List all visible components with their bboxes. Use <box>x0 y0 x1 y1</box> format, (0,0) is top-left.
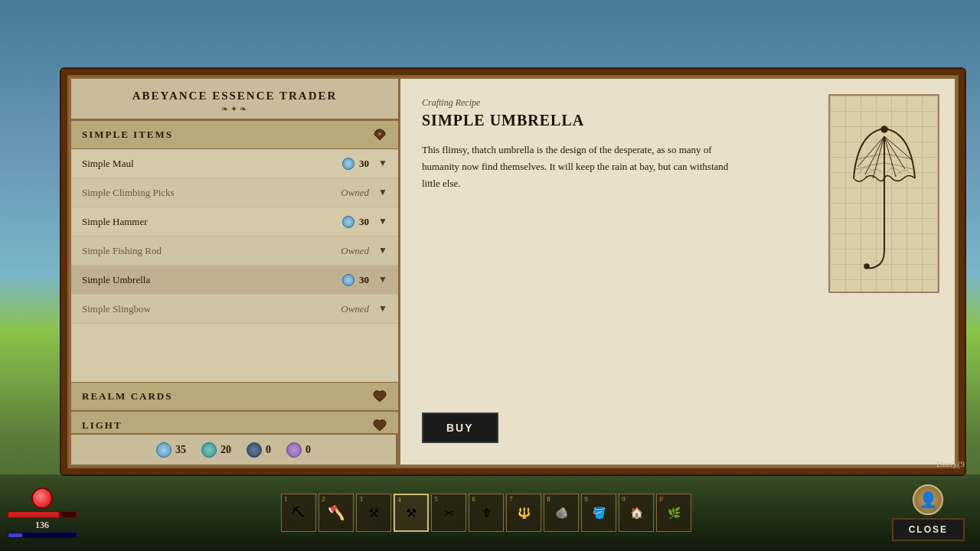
currency-icon-purple <box>286 442 302 458</box>
essence-icon-maul <box>342 158 354 170</box>
svg-point-0 <box>378 132 381 135</box>
item-simple-slingbow[interactable]: Simple Slingbow Owned ▼ <box>71 295 398 324</box>
shop-ornament: ❧✦❧ <box>79 104 390 114</box>
player-status: 136 <box>8 487 77 538</box>
avatar-icon: 👤 <box>919 491 938 509</box>
hotbar-slot-6[interactable]: 6 🗡 <box>469 494 504 532</box>
item-price-umbrella: 30 <box>359 274 369 286</box>
currency-icon-dark-blue <box>247 442 262 458</box>
deer-indicator: Deer) (9 <box>936 459 965 468</box>
light-label: LIGHT <box>82 419 122 432</box>
hammer-dropdown[interactable]: ▼ <box>378 216 387 227</box>
hotbar-slot-1[interactable]: 1 ⛏ <box>281 494 316 532</box>
currency-bar: 35 20 0 0 <box>69 433 398 467</box>
item-simple-maul[interactable]: Simple Maul 30 ▼ <box>71 149 398 178</box>
simple-items-icon <box>372 127 387 142</box>
hotbar-slot-2[interactable]: 2 🪓 <box>318 494 354 532</box>
simple-items-label: SIMPLE ITEMS <box>82 129 173 141</box>
umbrella-dropdown[interactable]: ▼ <box>378 274 387 285</box>
close-button[interactable]: CLOSE <box>892 518 965 541</box>
hotbar-icon-4: ⚒ <box>400 501 423 524</box>
status-orbs <box>31 487 53 509</box>
item-simple-umbrella[interactable]: Simple Umbrella 30 ▼ <box>71 266 398 295</box>
hotbar: 1 ⛏ 2 🪓 3 ⚒ 4 ⚒ 5 ✂ 6 🗡 7 🔱 8 🪨 <box>87 494 886 532</box>
maul-dropdown[interactable]: ▼ <box>378 158 387 169</box>
hotbar-icon-6: 🗡 <box>475 501 498 524</box>
player-avatar-area: 👤 <box>892 484 965 515</box>
hotbar-slot-9[interactable]: 9 🪣 <box>581 494 616 532</box>
player-avatar: 👤 <box>913 484 943 515</box>
currency-value-teal: 20 <box>220 444 231 456</box>
currency-item-dark-blue: 0 <box>247 442 271 458</box>
health-bar-bg <box>8 511 77 518</box>
hotbar-slot-3[interactable]: 3 ⚒ <box>356 494 391 532</box>
essence-icon-umbrella <box>342 274 354 286</box>
picks-dropdown[interactable]: ▼ <box>378 187 387 198</box>
item-simple-climbing-picks[interactable]: Simple Climbing Picks Owned ▼ <box>71 178 398 207</box>
item-name-slingbow: Simple Slingbow <box>82 303 151 315</box>
light-icon <box>372 418 387 433</box>
hotbar-slot-4[interactable]: 4 ⚒ <box>394 494 429 532</box>
close-button-area: 👤 CLOSE <box>892 484 965 541</box>
item-description: This flimsy, thatch umbrella is the desi… <box>422 142 743 192</box>
currency-item-blue: 35 <box>156 442 186 458</box>
item-price-area-maul: 30 ▼ <box>342 158 387 170</box>
hotbar-icon-0b: 🌿 <box>662 501 685 524</box>
item-name-umbrella: Simple Umbrella <box>82 274 150 286</box>
item-price-maul: 30 <box>359 158 369 170</box>
currency-value-purple: 0 <box>305 444 311 456</box>
owned-badge-rod: Owned <box>341 245 369 257</box>
items-list: Simple Maul 30 ▼ Simple Climbing Picks O… <box>71 149 398 382</box>
currency-item-teal: 20 <box>201 442 231 458</box>
item-price-area-umbrella: 30 ▼ <box>342 274 387 286</box>
owned-badge-picks: Owned <box>341 187 369 199</box>
item-simple-hammer[interactable]: Simple Hammer 30 ▼ <box>71 207 398 236</box>
health-bar-fill <box>8 512 59 517</box>
item-price-area-rod: Owned ▼ <box>341 245 387 257</box>
hotbar-slot-0b[interactable]: 0 🌿 <box>656 494 691 532</box>
item-name-hammer: Simple Hammer <box>82 216 148 228</box>
item-name-climbing-picks: Simple Climbing Picks <box>82 187 175 199</box>
simple-items-category[interactable]: SIMPLE ITEMS <box>71 120 398 149</box>
realm-cards-label: REALM CARDS <box>82 390 172 403</box>
bars-container: 136 <box>8 511 77 538</box>
hotbar-slot-5[interactable]: 5 ✂ <box>431 494 466 532</box>
hotbar-icon-0a: 🏠 <box>625 501 648 524</box>
owned-badge-slingbow: Owned <box>341 303 369 315</box>
realm-cards-category[interactable]: REALM CARDS <box>71 382 398 411</box>
hotbar-slot-0a[interactable]: 0 🏠 <box>619 494 654 532</box>
currency-icon-teal <box>201 442 217 458</box>
shop-modal: ABEYANCE ESSENCE TRADER ❧✦❧ SIMPLE ITEMS… <box>69 77 957 467</box>
item-price-hammer: 30 <box>359 216 369 228</box>
hotbar-icon-8: 🪨 <box>550 501 573 524</box>
left-panel: ABEYANCE ESSENCE TRADER ❧✦❧ SIMPLE ITEMS… <box>69 77 398 467</box>
shop-title: ABEYANCE ESSENCE TRADER <box>79 90 390 103</box>
item-price-area-slingbow: Owned ▼ <box>341 303 387 315</box>
health-orb <box>31 487 53 509</box>
currency-value-dark-blue: 0 <box>266 444 271 456</box>
item-illustration <box>828 94 939 293</box>
slingbow-dropdown[interactable]: ▼ <box>378 303 387 315</box>
right-panel: Crafting Recipe SIMPLE UMBRELLA This fli… <box>398 77 957 467</box>
shop-title-area: ABEYANCE ESSENCE TRADER ❧✦❧ <box>71 79 398 120</box>
currency-icon-blue <box>156 442 172 458</box>
realm-cards-icon <box>372 389 387 404</box>
item-name-fishing-rod: Simple Fishing Rod <box>82 245 162 257</box>
item-name-simple-maul: Simple Maul <box>82 158 134 170</box>
hotbar-icon-1: ⛏ <box>287 501 310 524</box>
hotbar-icon-2: 🪓 <box>325 501 348 524</box>
item-price-area-picks: Owned ▼ <box>341 187 387 199</box>
rod-dropdown[interactable]: ▼ <box>378 245 387 256</box>
hotbar-slot-7[interactable]: 7 🔱 <box>506 494 541 532</box>
hotbar-slot-8[interactable]: 8 🪨 <box>544 494 579 532</box>
hotbar-icon-9: 🪣 <box>587 501 610 524</box>
essence-icon-hammer <box>342 216 354 228</box>
buy-button[interactable]: BUY <box>422 412 498 443</box>
currency-value-blue: 35 <box>175 444 186 456</box>
currency-item-purple: 0 <box>286 442 311 458</box>
item-simple-fishing-rod[interactable]: Simple Fishing Rod Owned ▼ <box>71 236 398 266</box>
hud-bar: 136 1 ⛏ 2 🪓 3 ⚒ 4 ⚒ 5 ✂ 6 🗡 <box>0 474 980 551</box>
mana-bar-bg <box>8 533 77 538</box>
mana-bar-fill <box>8 533 22 537</box>
hotbar-icon-7: 🔱 <box>512 501 535 524</box>
